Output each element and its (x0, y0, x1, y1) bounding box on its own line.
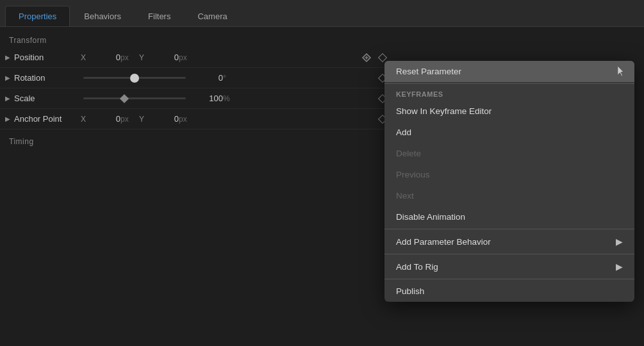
scale-expand-arrow[interactable]: ▶ (5, 95, 14, 102)
properties-panel: Transform ▶ Position X 0 px Y 0 px (0, 27, 391, 155)
anchor-x-unit: px (120, 115, 136, 124)
position-x-unit: px (120, 53, 136, 62)
anchor-y-value[interactable]: 0 (147, 114, 179, 124)
rotation-slider[interactable] (83, 77, 186, 79)
ctx-publish-label: Publish (396, 286, 424, 296)
rotation-expand-arrow[interactable]: ▶ (5, 74, 14, 81)
rotation-unit: ° (223, 74, 239, 83)
position-x-axis: X (78, 53, 88, 62)
anchor-y-axis: Y (136, 115, 147, 124)
tab-camera[interactable]: Camera (185, 6, 240, 26)
ctx-separator-1 (384, 83, 634, 84)
ctx-add-parameter-behavior-arrow: ▶ (616, 236, 623, 247)
ctx-separator-4 (384, 279, 634, 279)
scale-slider[interactable] (83, 97, 186, 99)
ctx-show-keyframe-editor[interactable]: Show In Keyframe Editor (384, 101, 634, 122)
position-y-unit: px (179, 53, 195, 62)
position-label: Position (14, 53, 78, 62)
position-row: ▶ Position X 0 px Y 0 px (0, 47, 391, 68)
position-x-value[interactable]: 0 (88, 53, 120, 62)
position-controls (360, 51, 386, 64)
ctx-previous-keyframe: Previous (384, 164, 634, 185)
ctx-add-parameter-behavior-label: Add Parameter Behavior (396, 237, 491, 247)
anchor-y-unit: px (179, 115, 195, 124)
ctx-add-keyframe[interactable]: Add (384, 122, 634, 143)
rotation-label: Rotation (14, 73, 78, 83)
ctx-add-to-rig[interactable]: Add To Rig ▶ (384, 256, 634, 277)
scale-unit: % (223, 94, 239, 103)
anchor-point-expand-arrow[interactable]: ▶ (5, 115, 14, 122)
main-container: Properties Behaviors Filters Camera Tran… (0, 0, 644, 346)
ctx-add-to-rig-label: Add To Rig (396, 262, 438, 272)
ctx-disable-animation-label: Disable Animation (396, 212, 465, 222)
position-add-keyframe-button[interactable] (360, 51, 373, 64)
ctx-next-keyframe: Next (384, 185, 634, 206)
scale-label: Scale (14, 94, 78, 103)
ctx-separator-3 (384, 254, 634, 254)
ctx-previous-keyframe-label: Previous (396, 170, 430, 179)
ctx-publish[interactable]: Publish (384, 281, 634, 302)
ctx-keyframes-label: KEYFRAMES (384, 85, 634, 101)
anchor-x-axis: X (78, 115, 88, 124)
timing-section-header: Timing (0, 135, 391, 149)
ctx-reset-parameter[interactable]: Reset Parameter (384, 61, 634, 82)
anchor-x-value[interactable]: 0 (88, 114, 120, 124)
ctx-delete-keyframe-label: Delete (396, 149, 421, 158)
ctx-show-keyframe-editor-label: Show In Keyframe Editor (396, 106, 491, 116)
cursor-icon (618, 66, 625, 78)
scale-value[interactable]: 100 (191, 94, 223, 103)
ctx-disable-animation[interactable]: Disable Animation (384, 206, 634, 227)
tab-properties[interactable]: Properties (5, 6, 70, 26)
rotation-value[interactable]: 0 (191, 73, 223, 83)
rotation-row: ▶ Rotation 0 ° (0, 68, 391, 88)
ctx-separator-2 (384, 229, 634, 229)
scale-slider-thumb (120, 94, 129, 103)
position-expand-arrow[interactable]: ▶ (5, 54, 14, 61)
ctx-add-to-rig-arrow: ▶ (616, 261, 623, 272)
ctx-next-keyframe-label: Next (396, 191, 414, 201)
position-y-axis: Y (136, 53, 147, 62)
ctx-reset-parameter-label: Reset Parameter (396, 67, 461, 76)
tab-bar: Properties Behaviors Filters Camera (0, 0, 644, 27)
ctx-delete-keyframe: Delete (384, 143, 634, 164)
anchor-point-row: ▶ Anchor Point X 0 px Y 0 px (0, 109, 391, 129)
scale-row: ▶ Scale 100 % (0, 88, 391, 109)
context-menu: Reset Parameter KEYFRAMES Show In Keyfra… (384, 61, 634, 302)
ctx-add-keyframe-label: Add (396, 128, 411, 137)
rotation-slider-thumb (130, 74, 139, 83)
ctx-add-parameter-behavior[interactable]: Add Parameter Behavior ▶ (384, 231, 634, 252)
anchor-point-label: Anchor Point (14, 114, 78, 124)
position-y-value[interactable]: 0 (147, 53, 179, 62)
transform-section-header: Transform (0, 33, 391, 47)
tab-behaviors[interactable]: Behaviors (71, 6, 134, 26)
tab-filters[interactable]: Filters (135, 6, 183, 26)
